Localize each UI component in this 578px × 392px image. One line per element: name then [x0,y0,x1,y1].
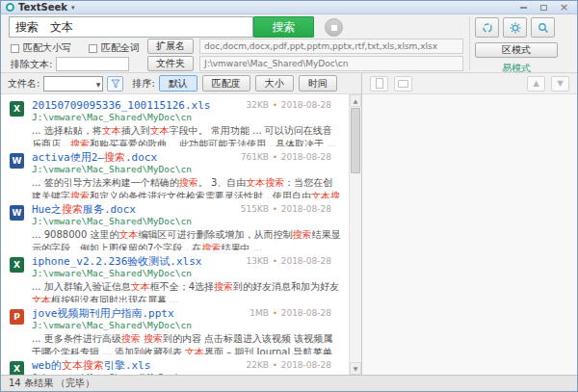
result-snippet: ... 9088000 这里的文本编辑区可进行删除或增加，从而控制搜索结果显示的… [32,228,341,250]
result-size: 32KB [246,100,269,110]
result-item[interactable]: Pjove视频期刊用户指南.pptx1MB•2018-08-28J:\vmwar… [1,302,349,354]
result-path: J:\vmware\Mac_Shared\MyDoc\cn [32,320,341,330]
search-button[interactable]: 搜索 [253,16,314,38]
magnifier-icon [538,22,549,34]
close-button[interactable]: × [556,2,572,13]
sort-button-group: 默认匹配度大小时间 [159,75,337,91]
result-meta: 1MB•2018-08-28 [250,308,331,318]
result-meta: 515KB•2018-08-28 [241,204,331,214]
exclude-label: 排除文本: [11,58,52,71]
result-item[interactable]: Wactiva使用2—搜索.docx761KB•2018-08-28J:\vmw… [1,146,349,198]
text-fragment: ... 9088000 这里的 [32,229,118,240]
main-area: 文件名: ▼ 排序: 默认匹配度大小时间 X20150709095336_100… [1,73,577,375]
match-highlight: 文本 [185,347,204,355]
preview-pane: ▲ ▼ [362,73,577,375]
extension-field[interactable]: doc,docm,docx,pdf,ppt,pptm,pptx,rtf,txt,… [199,39,463,54]
status-text: 14 条结果 （完毕） [9,378,94,388]
match-case-checkbox[interactable]: 匹配大小写 [11,41,71,55]
scrollbar-thumb[interactable] [351,108,360,173]
sort-button[interactable]: 时间 [299,75,337,91]
advanced-search-button[interactable] [531,17,555,38]
text-fragment: 和定义的条件进行文件检索需要灵活性时，使用自由 [90,191,311,199]
extension-button[interactable]: 扩展名 [147,39,194,54]
sort-button[interactable]: 匹配度 [202,75,250,91]
bullet-icon: • [273,257,277,266]
text-fragment: .docx [125,151,157,164]
open-folder-button[interactable] [394,76,412,91]
result-item[interactable]: Xweb的文本搜索引擎.xls22KB•2018-08-28J:\vmware\… [1,354,349,375]
list-toolbar: 文件名: ▼ 排序: 默认匹配度大小时间 [1,73,361,94]
chevron-down-icon: ▼ [96,81,101,88]
result-item[interactable]: WHue之搜索服务.docx515KB•2018-08-28J:\vmware\… [1,198,349,250]
result-date: 2018-08-28 [281,100,331,110]
result-meta: 761KB•2018-08-28 [241,152,331,162]
result-path: J:\vmware\Mac_Shared\MyDoc\cn [32,112,341,122]
folder-field[interactable]: J:\vmware\Mac_Shared\MyDoc\cn [199,56,463,71]
next-match-button[interactable]: ▼ [551,76,569,91]
list-scrollbar[interactable]: ▲ ▼ [349,94,361,375]
result-snippet: ... 更多条件进行高级搜索 搜索到的内容 点击标题进入该视频 该视频属于哪个学… [32,332,341,354]
result-item[interactable]: Xiphone_v2.2.236验收测试.xlsx13KB•2018-08-28… [1,250,349,302]
maximize-button[interactable] [536,2,552,13]
scroll-up-button[interactable]: ▲ [350,94,361,107]
preview-toolbar: ▲ ▼ [362,73,577,94]
filter-button[interactable] [107,76,123,91]
folder-icon [398,80,408,88]
text-fragment: 服务.docx [83,203,136,216]
bullet-icon: • [273,205,277,214]
result-size: 761KB [241,152,269,162]
match-highlight: 文本搜索 [62,359,104,372]
text-fragment: ... 选择粘贴，将 [32,125,102,136]
match-highlight: 搜索 [104,151,125,164]
funnel-icon [111,79,120,89]
app-icon [6,3,14,12]
exclude-input[interactable] [56,57,129,71]
prev-match-button[interactable]: ▲ [527,76,545,91]
result-path: J:\vmware\Mac_Shared\MyDoc\cn [32,268,341,278]
result-date: 2018-08-28 [281,152,331,162]
settings-button[interactable] [503,17,527,38]
sort-button[interactable]: 大小 [255,75,294,91]
text-fragment: ... 更多条件进行高级 [32,333,121,344]
filename-label: 文件名: [8,77,39,91]
app-title: TextSeek [18,2,67,13]
result-size: 1MB [250,308,269,318]
preview-body[interactable] [362,94,577,375]
text-fragment: 引擎.xls [104,359,151,372]
result-meta: 32KB•2018-08-28 [246,100,331,110]
bullet-icon: • [273,309,277,318]
folder-button[interactable]: 文件夹 [147,56,194,71]
open-file-button[interactable] [370,76,388,91]
folder-row: 文件夹 J:\vmware\Mac_Shared\MyDoc\cn [147,56,463,71]
text-fragment: 20150709095336_100115126.xls [32,99,210,112]
match-word-checkbox[interactable]: 匹配全词 [89,41,140,55]
search-input[interactable] [9,16,253,38]
match-highlight: 搜索 [201,243,221,251]
minimize-button[interactable] [515,2,532,13]
titlebar-menu-caret[interactable]: ▾ [71,4,75,12]
result-snippet: ... 加入群输入验证信息文本框不全；4选择搜索到的好友消息和加为好友文本框按钮… [32,280,341,302]
result-snippet: ... 签的引导方法来构建一个精确的搜索。 3、自由文本搜索：当您在创建关键字搜… [32,176,341,198]
result-item[interactable]: X20150709095336_100115126.xls32KB•2018-0… [1,94,349,146]
match-highlight: 搜索 [144,333,163,344]
match-highlight: 搜索 [70,191,90,199]
text-fragment: Hue之 [32,203,62,216]
filename-filter-select[interactable]: ▼ [43,76,103,91]
refresh-button[interactable] [475,17,499,38]
match-highlight: 文本 [102,125,121,136]
easy-mode-link[interactable]: 易模式 [475,62,558,75]
text-fragment: iphone_v2.2.236验收测试.xlsx [32,255,201,268]
match-highlight: 文本 [118,229,138,240]
sort-button[interactable]: 默认 [159,75,197,91]
bullet-icon: • [273,101,277,110]
result-meta: 22KB•2018-08-28 [246,360,331,370]
scroll-down-button[interactable]: ▼ [350,362,361,375]
match-highlight: 文本 [150,125,170,136]
bullet-icon: • [273,361,277,370]
stop-button[interactable] [325,18,343,37]
checkbox-icon [11,44,19,53]
ppt-file-icon: P [10,309,24,325]
bullet-icon: • [273,153,277,162]
zone-mode-button[interactable]: 区模式 [475,42,558,58]
text-fragment: 和购买喜爱的歌曲。 此功能可能无法使用，具体取决于 ... [90,139,336,147]
